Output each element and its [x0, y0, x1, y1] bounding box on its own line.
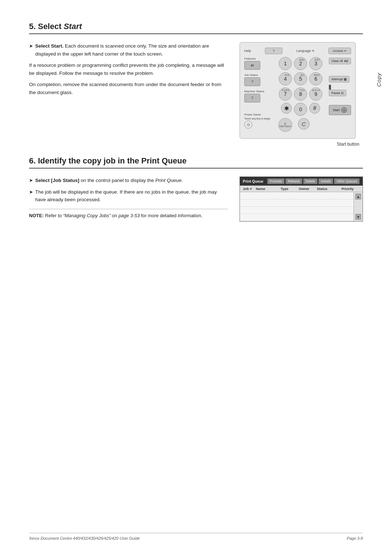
pq-col-status: Status: [317, 187, 342, 191]
side-copy-label: Copy: [376, 73, 382, 87]
section6-bullet1-text: Select [Job Status] on the control panel…: [35, 177, 183, 185]
kp-key-star[interactable]: ✱: [281, 103, 292, 114]
kp-powersaver-label: Power SaverTouch any key to begin.: [244, 113, 271, 121]
bullet-arrow-1: ➤: [29, 42, 33, 50]
kp-row1: 1 2ABC 3DEF: [275, 57, 326, 70]
kp-clearall-btn[interactable]: Clear All AC: [329, 58, 351, 64]
kp-dialpause-btn[interactable]: )II Dial Pause: [278, 118, 292, 132]
pq-scroll-down-btn[interactable]: ▼: [355, 214, 361, 220]
kp-interrupt-btn[interactable]: Interrupt ▦: [329, 76, 350, 82]
section6-bullet1: ➤ Select [Job Status] on the control pan…: [29, 177, 228, 185]
kp-row4: ✱ 0 #: [275, 103, 326, 116]
pq-scrollbar: ▲ ▼: [354, 192, 363, 221]
kp-top-row: Help ? Language ✕ Access ↵: [244, 48, 351, 54]
pq-delete-btn[interactable]: Delete: [303, 178, 318, 184]
pq-header-btns: Promote Release Delete Details Other Que…: [267, 178, 360, 184]
note-label-bold: NOTE:: [29, 213, 44, 218]
page-footer: Xerox Document Centre 440/432/430/426/42…: [29, 533, 363, 540]
pq-scroll-up-btn[interactable]: ▲: [355, 194, 361, 199]
print-queue-area: Print Queue Promote Release Delete Detai…: [240, 177, 363, 222]
kp-row2: 4GHI 5JKL 6MNO: [275, 72, 326, 85]
pq-col-priority: Priority: [342, 187, 360, 191]
kp-power-icon[interactable]: ⊙: [244, 121, 252, 129]
kp-key-4[interactable]: 4GHI: [279, 72, 292, 85]
section5-bullet1-bold: Select Start.: [35, 43, 64, 49]
pq-title: Print Queue: [243, 179, 264, 183]
kp-row5: )II Dial Pause C: [275, 118, 326, 132]
pq-col-type: Type: [281, 187, 299, 191]
kp-machinestatus-btn[interactable]: ?: [244, 94, 260, 102]
pq-col-job: Job #: [243, 187, 256, 191]
section5-bullet1-text: Select Start. Each document is scanned o…: [35, 42, 228, 58]
kp-language-label: Language ✕: [296, 49, 315, 53]
section5-bullet1: ➤ Select Start. Each document is scanned…: [29, 42, 228, 58]
pq-header: Print Queue Promote Release Delete Detai…: [240, 177, 363, 186]
section5-para2: On completion, remove the scanned docume…: [29, 81, 228, 96]
kp-key-2[interactable]: 2ABC: [294, 57, 307, 70]
section6-bullet2-text: The job will be displayed in the queue. …: [35, 188, 228, 204]
table-row: [240, 192, 354, 199]
bullet-arrow-3: ➤: [29, 177, 33, 185]
kp-left: Features ▮▮ Job Status ? Machine Status …: [244, 57, 271, 134]
kp-key-6[interactable]: 6MNO: [309, 72, 322, 85]
section6-bullet2: ➤ The job will be displayed in the queue…: [29, 188, 228, 204]
kp-features-row: Features ▮▮: [244, 57, 271, 70]
bullet-arrow-4: ➤: [29, 189, 33, 196]
section6-title: 6. Identify the copy job in the Print Qu…: [29, 156, 363, 169]
print-queue-widget: Print Queue Promote Release Delete Detai…: [240, 177, 363, 222]
keypad-area: Help ? Language ✕ Access ↵ Features ▮▮: [240, 42, 363, 139]
kp-key-0[interactable]: 0: [294, 103, 307, 116]
page-container: Copy 5. Select Start ➤ Select Start. Eac…: [0, 0, 392, 555]
kp-machinestatus-label: Machine Status: [244, 90, 264, 93]
kp-row3: 7PQRS 8TUV 9WXYZ: [275, 88, 326, 101]
kp-powersaver-row: Power SaverTouch any key to begin. ⊙: [244, 113, 271, 129]
kp-start-circle: ◇: [341, 107, 347, 113]
pq-col-owner: Owner: [299, 187, 317, 191]
kp-features-label: Features: [244, 57, 256, 60]
section5-text: ➤ Select Start. Each document is scanned…: [29, 42, 228, 100]
table-row: [240, 214, 354, 221]
section6-bullet1-bold: Select [Job Status]: [35, 178, 79, 183]
kp-key-5[interactable]: 5JKL: [294, 72, 307, 85]
pq-details-btn[interactable]: Details: [318, 178, 334, 184]
kp-start-btn[interactable]: Start ◇: [329, 105, 351, 115]
kp-right: Clear All AC Interrupt ▦ Pause ⚖ Start ◇: [329, 57, 351, 134]
kp-machinestatus-row: Machine Status ?: [244, 90, 271, 102]
kp-key-7[interactable]: 7PQRS: [279, 88, 292, 101]
footer-left: Xerox Document Centre 440/432/430/426/42…: [29, 536, 140, 540]
kp-pause-btn[interactable]: Pause ⚖: [329, 90, 346, 96]
section-6: 6. Identify the copy job in the Print Qu…: [29, 156, 363, 222]
kp-jobstatus-btn[interactable]: ?: [244, 77, 260, 86]
kp-key-1[interactable]: 1: [279, 57, 292, 70]
kp-key-3[interactable]: 3DEF: [309, 57, 322, 70]
note-label: NOTE: Refer to “Managing Copy Jobs” on p…: [29, 213, 203, 218]
kp-access-btn[interactable]: Access ↵: [328, 48, 351, 54]
pq-col-name: Name: [256, 187, 281, 191]
section5-title-italic: Start: [64, 22, 82, 31]
kp-help-btn[interactable]: ?: [265, 48, 282, 54]
pq-rows: [240, 192, 354, 221]
note-italic: “Managing Copy Jobs” on page 3-53: [63, 213, 140, 218]
pq-otherqueues-btn[interactable]: Other Queues: [334, 178, 360, 184]
pq-content-row: ▲ ▼: [240, 192, 363, 221]
kp-help-label: Help: [244, 49, 251, 53]
kp-jobstatus-label: Job Status: [244, 73, 258, 77]
table-row: [240, 207, 354, 214]
pq-col-header: Job # Name Type Owner Status Priority: [240, 186, 363, 192]
kp-main: Features ▮▮ Job Status ? Machine Status …: [244, 57, 351, 134]
start-button-label: Start button: [337, 142, 359, 147]
note-end: for more detailed information.: [140, 213, 203, 218]
pq-release-btn[interactable]: Release: [285, 178, 302, 184]
kp-key-9[interactable]: 9WXYZ: [309, 88, 322, 101]
pq-promote-btn[interactable]: Promote: [267, 178, 285, 184]
section-5: 5. Select Start ➤ Select Start. Each doc…: [29, 22, 363, 139]
section6-print-queue-ref: Print Queue.: [155, 178, 183, 183]
kp-features-btn[interactable]: ▮▮: [244, 61, 260, 70]
table-row: [240, 199, 354, 207]
kp-key-8[interactable]: 8TUV: [294, 88, 307, 101]
section6-content: ➤ Select [Job Status] on the control pan…: [29, 177, 363, 222]
section6-note: NOTE: Refer to “Managing Copy Jobs” on p…: [29, 209, 228, 220]
section5-title-prefix: 5. Select: [29, 22, 64, 31]
kp-c-btn[interactable]: C: [298, 118, 310, 130]
kp-key-hash[interactable]: #: [309, 103, 320, 114]
